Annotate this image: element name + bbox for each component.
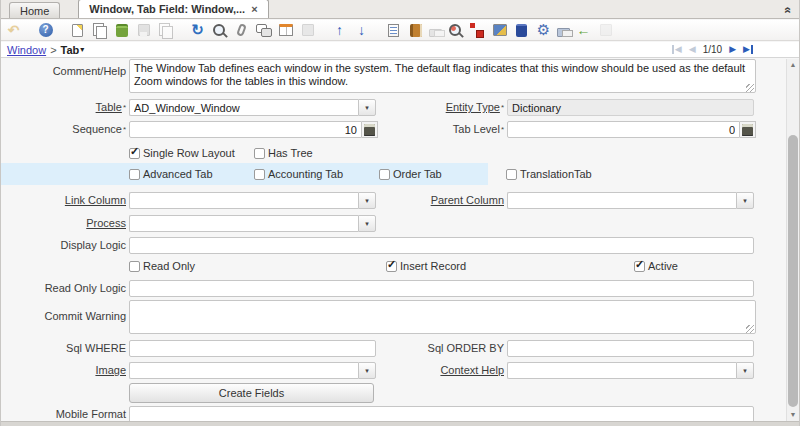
checkbox-accounting-tab[interactable]: Accounting Tab <box>254 168 343 180</box>
requests-icon[interactable] <box>407 22 424 39</box>
comment-help-field[interactable]: The Window Tab defines each window in th… <box>129 59 756 93</box>
print-preview-icon[interactable] <box>557 28 570 37</box>
find-icon[interactable] <box>211 22 228 39</box>
checkbox-advanced-tab[interactable]: Advanced Tab <box>129 168 213 180</box>
attachment-icon[interactable] <box>233 22 250 39</box>
sequence-label: Sequence* <box>1 121 126 138</box>
calculator-icon[interactable] <box>362 121 378 138</box>
collapse-header-icon[interactable]: « <box>782 7 796 12</box>
workflow-icon[interactable] <box>469 22 486 39</box>
requery-icon[interactable]: ↻ <box>189 22 206 39</box>
create-fields-button[interactable]: Create Fields <box>129 383 374 403</box>
checkbox-active[interactable]: ✓ Active <box>634 260 678 272</box>
sequence-label-text: Sequence <box>72 123 122 135</box>
process-input[interactable] <box>129 215 358 232</box>
tab-window-tab-field[interactable]: Window, Tab Field: Window,... × <box>78 0 268 18</box>
image-input[interactable] <box>129 362 358 379</box>
tab-active-label: Window, Tab Field: Window,... <box>89 3 245 15</box>
checkbox-translation-tab[interactable]: TranslationTab <box>506 168 592 180</box>
checkbox-insert-record[interactable]: ✓ Insert Record <box>386 260 466 272</box>
help-icon[interactable]: ? <box>37 22 54 39</box>
table-dropdown-arrow-icon[interactable]: ▾ <box>358 99 376 116</box>
tab-level-input[interactable] <box>507 121 740 138</box>
link-column-combo: ▾ <box>129 192 376 209</box>
image-zoom-link[interactable]: Image <box>95 364 126 376</box>
chart-icon[interactable] <box>491 22 508 39</box>
process-label: Process <box>1 215 126 232</box>
parent-column-zoom-link[interactable]: Parent Column <box>431 194 504 206</box>
context-help-dropdown-arrow-icon[interactable]: ▾ <box>736 362 754 379</box>
checkbox-box[interactable] <box>379 169 390 180</box>
calculator-icon[interactable] <box>740 121 756 138</box>
checkbox-box[interactable]: ✓ <box>386 261 397 272</box>
process-icon[interactable]: ⚙ <box>535 22 552 39</box>
sql-order-by-field[interactable] <box>507 340 754 357</box>
checkbox-single-row-layout[interactable]: ✓ Single Row Layout <box>129 147 235 159</box>
process-dropdown-arrow-icon[interactable]: ▾ <box>358 215 376 232</box>
link-column-input[interactable] <box>129 192 358 209</box>
checkbox-box[interactable] <box>129 169 140 180</box>
scroll-up-icon[interactable]: ▲ <box>787 59 799 71</box>
preference-icon <box>299 22 316 39</box>
checkbox-label: TranslationTab <box>520 168 592 180</box>
link-column-zoom-link[interactable]: Link Column <box>65 194 126 206</box>
checkbox-read-only[interactable]: Read Only <box>129 260 195 272</box>
check-icon: ✓ <box>387 259 396 270</box>
parent-column-dropdown-arrow-icon[interactable]: ▾ <box>736 192 754 209</box>
breadcrumb-current-tab[interactable]: Tab <box>61 44 80 56</box>
commit-warning-field[interactable] <box>129 300 756 334</box>
checkbox-has-tree[interactable]: Has Tree <box>254 147 313 159</box>
commit-warning-label: Commit Warning <box>1 308 126 325</box>
link-column-dropdown-arrow-icon[interactable]: ▾ <box>358 192 376 209</box>
toolbar: ↶ ? ↻ ↑ ↓ ⚙ ← <box>1 20 799 41</box>
next-record-icon[interactable]: ▶ <box>729 45 736 54</box>
sql-where-field[interactable] <box>129 340 376 357</box>
form-panel: Comment/Help The Window Tab defines each… <box>1 59 786 421</box>
checkbox-box[interactable] <box>254 148 265 159</box>
new-record-icon[interactable] <box>69 22 86 39</box>
read-only-logic-field[interactable] <box>129 280 754 297</box>
image-dropdown-arrow-icon[interactable]: ▾ <box>358 362 376 379</box>
table-zoom-link[interactable]: Table <box>96 101 122 113</box>
scroll-down-icon[interactable]: ▼ <box>787 409 799 421</box>
checkbox-label: Single Row Layout <box>143 147 235 159</box>
tab-home[interactable]: Home <box>9 2 60 18</box>
checkbox-box[interactable] <box>254 169 265 180</box>
checkbox-order-tab[interactable]: Order Tab <box>379 168 442 180</box>
scrollbar-thumb[interactable] <box>788 135 798 407</box>
table-input[interactable] <box>129 99 358 116</box>
vertical-scrollbar[interactable]: ▲ ▼ <box>786 59 799 421</box>
resize-handle-icon[interactable] <box>746 84 754 92</box>
zoom-across-icon[interactable] <box>447 22 464 39</box>
calculator-glyph <box>742 124 753 136</box>
archive-icon[interactable] <box>513 22 530 39</box>
checkbox-box[interactable]: ✓ <box>129 148 140 159</box>
display-logic-field[interactable] <box>129 237 754 254</box>
context-help-input[interactable] <box>507 362 736 379</box>
sequence-input[interactable] <box>129 121 362 138</box>
breadcrumb-window-link[interactable]: Window <box>7 44 46 56</box>
grid-toggle-icon[interactable] <box>277 22 294 39</box>
process-zoom-link[interactable]: Process <box>86 217 126 229</box>
context-help-zoom-link[interactable]: Context Help <box>440 364 504 376</box>
tab-close-icon[interactable]: × <box>251 4 257 15</box>
entity-type-zoom-link[interactable]: Entity Type <box>446 101 500 113</box>
report-icon[interactable] <box>385 22 402 39</box>
calculator-glyph <box>364 124 375 136</box>
copy-record-icon[interactable] <box>91 22 108 39</box>
checkbox-box[interactable]: ✓ <box>634 261 645 272</box>
first-record-icon: ◀ <box>672 45 682 54</box>
detail-record-icon[interactable]: ↓ <box>353 22 370 39</box>
checkbox-box[interactable] <box>506 169 517 180</box>
parent-record-icon[interactable]: ↑ <box>331 22 348 39</box>
application-window: Home Window, Tab Field: Window,... × « ↶… <box>0 0 800 426</box>
parent-column-input[interactable] <box>507 192 736 209</box>
delete-record-icon[interactable] <box>113 22 130 39</box>
resize-handle-icon[interactable] <box>746 325 754 333</box>
export-icon[interactable]: ← <box>575 22 592 39</box>
last-record-icon[interactable]: ▶ <box>743 45 753 54</box>
chat-icon[interactable] <box>255 22 272 39</box>
chevron-down-icon[interactable]: ▾ <box>80 45 84 54</box>
checkbox-box[interactable] <box>129 261 140 272</box>
save-create-icon <box>157 22 174 39</box>
